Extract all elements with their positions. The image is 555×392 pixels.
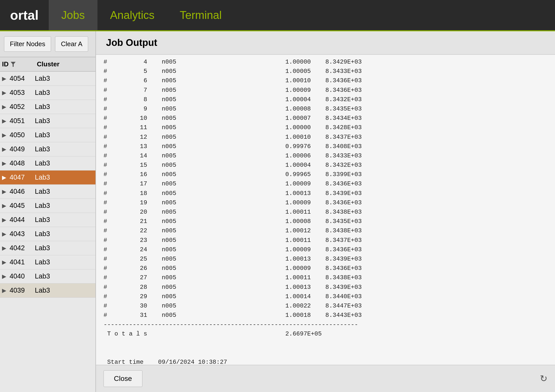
- job-id: 4047: [10, 174, 35, 181]
- job-row[interactable]: ▶ 4045 Lab3: [0, 199, 95, 213]
- job-id: 4045: [10, 202, 35, 210]
- job-cluster: Lab3: [35, 89, 93, 97]
- row-arrow: ▶: [2, 104, 10, 110]
- job-cluster: Lab3: [35, 103, 93, 111]
- job-id: 4049: [10, 145, 35, 153]
- filter-icon[interactable]: [11, 62, 16, 67]
- job-cluster: Lab3: [35, 117, 93, 125]
- job-cluster: Lab3: [35, 244, 93, 252]
- row-arrow: ▶: [2, 217, 10, 223]
- job-row[interactable]: ▶ 4052 Lab3: [0, 100, 95, 114]
- job-row[interactable]: ▶ 4048 Lab3: [0, 156, 95, 171]
- row-arrow: ▶: [2, 146, 10, 153]
- job-id: 4039: [10, 287, 35, 294]
- job-id: 4041: [10, 258, 35, 266]
- job-row[interactable]: ▶ 4049 Lab3: [0, 142, 95, 156]
- job-id: 4042: [10, 244, 35, 252]
- job-cluster: Lab3: [35, 230, 93, 238]
- row-arrow: ▶: [2, 287, 10, 294]
- job-cluster: Lab3: [35, 202, 93, 210]
- navbar: ortal Jobs Analytics Terminal: [0, 0, 555, 31]
- job-id: 4052: [10, 103, 35, 111]
- job-row[interactable]: ▶ 4039 Lab3: [0, 284, 95, 298]
- brand-label: ortal: [0, 0, 49, 30]
- output-title: Job Output: [96, 31, 555, 55]
- job-row[interactable]: ▶ 4040 Lab3: [0, 269, 95, 284]
- row-arrow: ▶: [2, 273, 10, 280]
- toolbar: Filter Nodes Clear A: [0, 31, 95, 57]
- job-row[interactable]: ▶ 4047 Lab3: [0, 171, 95, 185]
- job-id: 4044: [10, 216, 35, 224]
- id-label: ID: [2, 60, 9, 68]
- right-panel: Job Output # 4 n005 1.00000 8.3429E+03 #…: [96, 31, 555, 392]
- row-arrow: ▶: [2, 188, 10, 195]
- job-cluster: Lab3: [35, 174, 93, 181]
- nav-tab-analytics[interactable]: Analytics: [97, 0, 167, 30]
- col-cluster-header: Cluster: [37, 60, 93, 68]
- job-list: ▶ 4054 Lab3 ▶ 4053 Lab3 ▶ 4052 Lab3 ▶ 40…: [0, 72, 95, 392]
- job-row[interactable]: ▶ 4042 Lab3: [0, 241, 95, 255]
- job-cluster: Lab3: [35, 272, 93, 280]
- job-id: 4040: [10, 272, 35, 280]
- row-arrow: ▶: [2, 90, 10, 96]
- output-text: # 4 n005 1.00000 8.3429E+03 # 5 n005 1.0…: [104, 57, 547, 365]
- job-cluster: Lab3: [35, 159, 93, 167]
- job-row[interactable]: ▶ 4044 Lab3: [0, 213, 95, 227]
- row-arrow: ▶: [2, 132, 10, 138]
- row-arrow: ▶: [2, 245, 10, 251]
- job-id: 4046: [10, 188, 35, 195]
- job-id: 4043: [10, 230, 35, 238]
- filter-nodes-button[interactable]: Filter Nodes: [4, 36, 51, 52]
- close-button[interactable]: Close: [104, 370, 142, 387]
- job-cluster: Lab3: [35, 287, 93, 294]
- output-body: # 4 n005 1.00000 8.3429E+03 # 5 n005 1.0…: [96, 55, 555, 365]
- job-id: 4053: [10, 89, 35, 97]
- job-cluster: Lab3: [35, 145, 93, 153]
- job-table-header: ID Cluster: [0, 57, 95, 72]
- output-footer: Close ↻: [96, 365, 555, 392]
- row-arrow: ▶: [2, 203, 10, 209]
- job-id: 4054: [10, 75, 35, 82]
- main-content: Filter Nodes Clear A ID Cluster ▶ 4054 L…: [0, 31, 555, 392]
- row-arrow: ▶: [2, 259, 10, 266]
- row-arrow: ▶: [2, 174, 10, 181]
- job-row[interactable]: ▶ 4046 Lab3: [0, 185, 95, 199]
- row-arrow: ▶: [2, 160, 10, 167]
- row-arrow: ▶: [2, 118, 10, 124]
- refresh-icon[interactable]: ↻: [540, 373, 547, 384]
- job-cluster: Lab3: [35, 216, 93, 224]
- job-id: 4050: [10, 131, 35, 139]
- job-row[interactable]: ▶ 4050 Lab3: [0, 128, 95, 142]
- row-arrow: ▶: [2, 231, 10, 237]
- job-cluster: Lab3: [35, 131, 93, 139]
- job-id: 4048: [10, 159, 35, 167]
- left-panel: Filter Nodes Clear A ID Cluster ▶ 4054 L…: [0, 31, 96, 392]
- row-arrow: ▶: [2, 75, 10, 82]
- col-id-header: ID: [2, 60, 35, 68]
- job-cluster: Lab3: [35, 75, 93, 82]
- job-cluster: Lab3: [35, 258, 93, 266]
- job-row[interactable]: ▶ 4054 Lab3: [0, 72, 95, 86]
- job-row[interactable]: ▶ 4041 Lab3: [0, 255, 95, 269]
- job-row[interactable]: ▶ 4043 Lab3: [0, 227, 95, 241]
- clear-button[interactable]: Clear A: [55, 36, 88, 52]
- job-row[interactable]: ▶ 4053 Lab3: [0, 86, 95, 100]
- job-row[interactable]: ▶ 4051 Lab3: [0, 114, 95, 128]
- nav-tab-terminal[interactable]: Terminal: [167, 0, 234, 30]
- job-id: 4051: [10, 117, 35, 125]
- nav-tab-jobs[interactable]: Jobs: [49, 0, 97, 30]
- job-cluster: Lab3: [35, 188, 93, 195]
